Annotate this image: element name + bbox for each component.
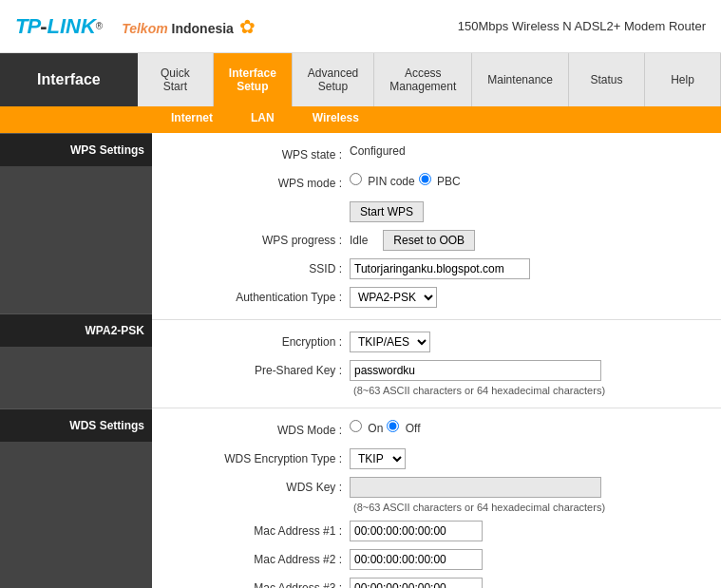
ssid-label: SSID : [160, 258, 350, 279]
tab-help[interactable]: Help [645, 53, 721, 106]
wps-mode-row: WPS mode : PIN code PBC [152, 169, 721, 198]
auth-type-label: Authentication Type : [160, 287, 350, 308]
enc-select[interactable]: TKIP/AES TKIP AES [350, 332, 430, 352]
wpa2-section: Encryption : TKIP/AES TKIP AES Pre-Share… [152, 320, 721, 408]
ssid-row: SSID : [152, 255, 721, 283]
wds-on-radio[interactable] [350, 420, 362, 432]
psk-row: Pre-Shared Key : (8~63 ASCII characters … [152, 356, 721, 400]
wds-enc-row: WDS Encryption Type : TKIP AES None [152, 445, 721, 473]
main-layout: WPS Settings WPA2-PSK WDS Settings Wirel… [0, 133, 721, 588]
wps-mode-value: PIN code PBC [350, 173, 713, 188]
wds-mac1-input[interactable] [350, 521, 483, 541]
sidebar-wds: WDS Settings [0, 408, 152, 442]
wds-off-label[interactable]: Off [387, 420, 420, 435]
auth-type-select[interactable]: WPA2-PSK WPA-PSK WEP None [350, 287, 437, 308]
wds-off-text: Off [406, 422, 421, 435]
wps-pin-label[interactable]: PIN code [350, 173, 415, 188]
start-wps-button[interactable]: Start WPS [350, 201, 424, 222]
wds-enc-select[interactable]: TKIP AES None [350, 448, 406, 469]
psk-note: (8~63 ASCII characters or 64 hexadecimal… [353, 385, 605, 396]
wps-section: WPS state : Configured WPS mode : PIN co… [152, 133, 721, 320]
wds-mac1-row: Mac Address #1 : [152, 517, 721, 545]
sidebar-wps: WPS Settings [0, 133, 152, 166]
wds-key-row: WDS Key : (8~63 ASCII characters or 64 h… [152, 473, 721, 517]
wds-on-text: On [368, 422, 383, 435]
wds-section: WDS Mode : On Off WDS Encryption Type : [152, 408, 721, 588]
wds-key-note: (8~63 ASCII characters or 64 hexadecimal… [353, 502, 605, 513]
sub-tab-internet[interactable]: Internet [152, 106, 232, 133]
header: TP - LINK ® Telkom Indonesia ✿ 150Mbps W… [0, 0, 721, 53]
tab-interface-setup[interactable]: Interface Setup [214, 53, 293, 106]
wds-off-radio[interactable] [387, 420, 399, 432]
enc-label: Encryption : [160, 332, 350, 352]
wps-mode-label: WPS mode : [160, 173, 350, 194]
wds-on-label[interactable]: On [350, 420, 383, 435]
content: WPS state : Configured WPS mode : PIN co… [152, 133, 721, 588]
enc-row: Encryption : TKIP/AES TKIP AES [152, 328, 721, 356]
sidebar: WPS Settings WPA2-PSK WDS Settings Wirel… [0, 133, 152, 588]
nav-tabs: Quick Start Interface Setup Advanced Set… [138, 53, 721, 106]
wps-progress-label: WPS progress : [160, 230, 350, 251]
wps-pin-radio[interactable] [350, 173, 362, 185]
tab-quick-start[interactable]: Quick Start [138, 53, 214, 106]
psk-label: Pre-Shared Key : [160, 360, 350, 381]
wds-key-input[interactable] [350, 477, 601, 498]
wps-pbc-radio[interactable] [419, 173, 431, 185]
wds-mac2-input[interactable] [350, 549, 483, 570]
sub-tab-wireless[interactable]: Wireless [294, 106, 378, 133]
wps-state-value: Configured [350, 144, 713, 158]
sub-nav: Internet LAN Wireless [0, 106, 721, 133]
tplink-logo: TP - LINK ® [15, 14, 103, 39]
sidebar-title: Interface [0, 53, 138, 106]
wds-mac3-label: Mac Address #3 : [160, 578, 350, 588]
wds-mac2-label: Mac Address #2 : [160, 549, 350, 570]
wds-mode-row: WDS Mode : On Off [152, 416, 721, 445]
sun-icon: ✿ [239, 16, 256, 37]
sidebar-wpa2: WPA2-PSK [0, 313, 152, 347]
wds-mode-label: WDS Mode : [160, 420, 350, 441]
wds-mac3-input[interactable] [350, 578, 483, 588]
wps-pin-text: PIN code [368, 175, 414, 188]
wps-pbc-text: PBC [437, 175, 461, 188]
wds-mac1-label: Mac Address #1 : [160, 521, 350, 541]
ssid-input[interactable] [350, 258, 530, 279]
wps-state-label: WPS state : [160, 144, 350, 165]
wds-mac3-row: Mac Address #3 : [152, 574, 721, 588]
wps-startwps-row: Start WPS [152, 198, 721, 226]
wps-progress-row: WPS progress : Idle Reset to OOB [152, 226, 721, 255]
auth-type-row: Authentication Type : WPA2-PSK WPA-PSK W… [152, 283, 721, 312]
wps-pbc-label[interactable]: PBC [419, 173, 461, 188]
main-nav: Interface Quick Start Interface Setup Ad… [0, 53, 721, 106]
psk-input[interactable] [350, 360, 601, 381]
tab-maintenance[interactable]: Maintenance [472, 53, 569, 106]
wds-enc-label: WDS Encryption Type : [160, 448, 350, 469]
wds-key-label: WDS Key : [160, 477, 350, 498]
wps-progress-value: Idle [350, 234, 368, 247]
logo-area: TP - LINK ® Telkom Indonesia ✿ [15, 14, 256, 39]
tab-status[interactable]: Status [569, 53, 645, 106]
tab-access-management[interactable]: Access Management [374, 53, 472, 106]
tab-advanced-setup[interactable]: Advanced Setup [293, 53, 374, 106]
sub-tab-lan[interactable]: LAN [232, 106, 294, 133]
wds-mac2-row: Mac Address #2 : [152, 545, 721, 574]
wps-state-row: WPS state : Configured [152, 141, 721, 169]
device-name: 150Mbps Wireless N ADSL2+ Modem Router [458, 19, 706, 33]
reset-oob-button[interactable]: Reset to OOB [383, 230, 475, 251]
telkom-logo: Telkom Indonesia ✿ [122, 15, 256, 38]
